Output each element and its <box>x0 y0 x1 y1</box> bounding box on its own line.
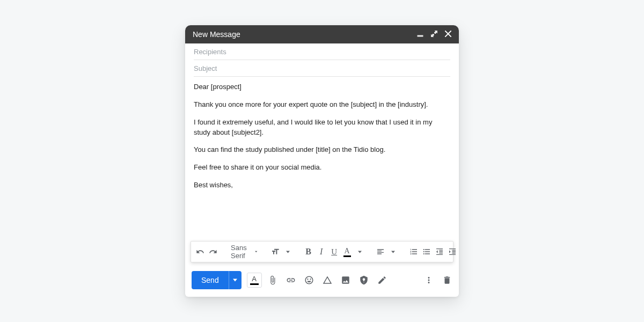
numbered-list-icon[interactable] <box>408 245 420 259</box>
underline-button[interactable]: U <box>328 245 340 259</box>
header-fields: Recipients Subject <box>185 43 459 77</box>
bulleted-list-icon[interactable] <box>421 245 433 259</box>
recipients-field[interactable]: Recipients <box>194 43 450 60</box>
compose-tools <box>267 275 387 286</box>
font-family-select[interactable]: Sans Serif <box>228 244 261 260</box>
compose-right-tools <box>423 275 452 286</box>
insert-signature-icon[interactable] <box>377 275 387 286</box>
message-body[interactable]: Dear [prospect] Thank you once more for … <box>185 77 459 238</box>
attach-file-icon[interactable] <box>267 275 278 286</box>
body-paragraph: Feel free to share it on your social med… <box>194 163 450 173</box>
indent-decrease-icon[interactable] <box>434 245 445 259</box>
confidential-mode-icon[interactable] <box>358 275 369 286</box>
body-paragraph: I found it extremely useful, and I would… <box>194 118 450 138</box>
text-color-button[interactable]: A <box>341 245 353 259</box>
indent-increase-icon[interactable] <box>447 245 458 259</box>
undo-icon[interactable] <box>194 245 206 259</box>
window-controls <box>417 30 451 39</box>
send-options-button[interactable] <box>229 271 241 289</box>
subject-field[interactable]: Subject <box>194 60 450 77</box>
insert-emoji-icon[interactable] <box>304 275 314 286</box>
discard-draft-icon[interactable] <box>442 275 452 286</box>
bold-button[interactable]: B <box>303 245 314 259</box>
body-paragraph: Dear [prospect] <box>194 82 450 92</box>
title-bar: New Message <box>185 25 459 43</box>
send-group: Send <box>192 271 241 289</box>
insert-drive-icon[interactable] <box>322 275 333 286</box>
redo-icon[interactable] <box>207 245 219 259</box>
font-size-menu-icon[interactable] <box>282 245 294 259</box>
align-icon[interactable] <box>375 245 386 259</box>
window-title: New Message <box>193 30 240 39</box>
action-bar: Send A <box>185 267 459 297</box>
minimize-icon[interactable] <box>417 30 423 39</box>
expand-icon[interactable] <box>431 30 437 39</box>
formatting-options-button[interactable]: A <box>247 273 262 288</box>
italic-button[interactable]: I <box>316 245 327 259</box>
svg-rect-0 <box>418 35 423 36</box>
font-size-icon[interactable] <box>269 245 281 259</box>
text-color-menu-icon[interactable] <box>354 245 366 259</box>
send-button[interactable]: Send <box>192 271 229 289</box>
font-family-label: Sans Serif <box>231 244 248 260</box>
body-paragraph: Best wishes, <box>194 180 450 191</box>
formatting-toolbar: Sans Serif B I U A <box>191 241 453 262</box>
insert-photo-icon[interactable] <box>340 275 351 286</box>
body-paragraph: You can find the study published under [… <box>194 145 450 155</box>
body-paragraph: Thank you once more for your expert quot… <box>194 100 450 110</box>
close-icon[interactable] <box>445 30 451 39</box>
align-menu-icon[interactable] <box>387 245 399 259</box>
compose-window: New Message Recipients Subject Dear [pro… <box>185 25 459 297</box>
insert-link-icon[interactable] <box>286 275 296 286</box>
more-options-icon[interactable] <box>423 275 434 286</box>
